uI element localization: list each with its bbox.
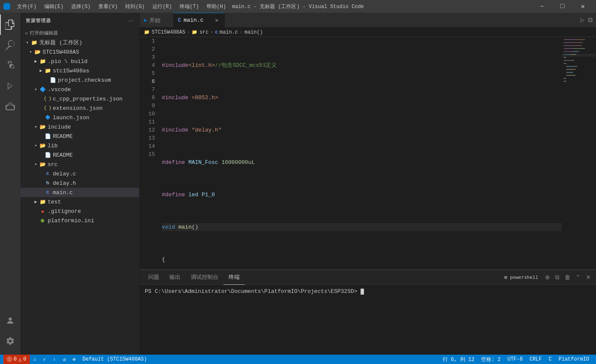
ln-1: 1 [140,37,155,45]
panel-tab-debug[interactable]: 调试控制台 [186,270,224,285]
activity-explorer[interactable] [0,14,20,35]
ln-3: 3 [140,53,155,61]
breadcrumb-main-fn[interactable]: main() [244,29,263,35]
tab-start[interactable]: ▶ 开始 [140,13,174,27]
terminal-content[interactable]: PS C:\Users\Administrator\Documents\Plat… [140,285,596,355]
sidebar-item-main-c[interactable]: ▶ C main.c [20,188,139,197]
status-right: 行 6, 列 12 空格: 2 UTF-8 CRLF C PlatformIO [439,355,593,364]
sidebar-item-vscode[interactable]: ▾ 🔷 .vscode [20,85,139,94]
status-home[interactable]: ⌂ [30,355,40,364]
sidebar-item-stc15w408as[interactable]: ▾ 📂 STC15W408AS [20,47,139,57]
minimap [562,37,596,269]
status-download[interactable]: ↓ [49,355,59,364]
lib-folder-icon: 📂 [39,142,46,149]
add-icon: ⊕ [73,356,76,363]
breadcrumb-stc[interactable]: STC15W408AS [152,29,185,35]
sidebar-item-test[interactable]: ▶ 📁 test [20,197,139,206]
sidebar-item-c-cpp[interactable]: ▶ { } c_cpp_properties.json [20,94,139,103]
sync-icon: ↺ [63,356,66,363]
tab-main-c[interactable]: C main.c ✕ [174,13,225,27]
sidebar-item-stc-sub[interactable]: ▶ 📁 stc15w408as [20,66,139,75]
menu-select[interactable]: 选择(S) [68,2,94,11]
activity-source-control[interactable] [0,55,20,76]
bc-folder-icon: 📁 [144,29,150,35]
workspace-root[interactable]: ▾ 📁 无标题 (工作区) [20,38,139,47]
status-branch[interactable]: Default (STC15W408AS) [79,355,150,364]
panel-tab-output[interactable]: 输出 [164,270,186,285]
ln-13: 13 [140,134,155,142]
sidebar-item-lib[interactable]: ▾ 📂 lib [20,141,139,150]
panel-tab-terminal[interactable]: 终端 [224,270,245,285]
sidebar-item-platformio[interactable]: ▶ ⬟ platformio.ini [20,216,139,225]
vscode-folder-icon: 🔷 [39,86,46,93]
code-editor[interactable]: 1 2 3 4 5 6 7 8 9 10 11 12 13 14 15 #inc… [140,37,596,269]
sidebar-item-readme-lib[interactable]: ▶ 📄 README [20,150,139,160]
sidebar-item-pio-build[interactable]: ▶ 📁 .pio \ build [20,57,139,66]
open-editors-section[interactable]: ▷ 打开的编辑器 [20,28,139,38]
sidebar-more-actions[interactable]: ··· [127,16,134,25]
breadcrumb-mainc[interactable]: C main.c [215,29,238,35]
menu-terminal[interactable]: 终端(T) [176,2,203,11]
svg-rect-16 [564,60,571,61]
activity-extensions[interactable] [0,96,20,117]
sidebar-item-delay-h[interactable]: ▶ h delay.h [20,178,139,188]
activity-bottom [0,310,20,355]
status-add[interactable]: ⊕ [69,355,79,364]
status-encoding[interactable]: UTF-8 [504,355,526,364]
status-position[interactable]: 行 6, 列 12 [439,355,478,364]
status-errors[interactable]: ⓪ 0 △ 0 [3,355,30,364]
tab-close-button[interactable]: ✕ [213,17,220,24]
vscode-logo-icon [3,3,10,10]
sidebar-item-delay-c[interactable]: ▶ C delay.c [20,169,139,178]
position-label: 行 6, 列 12 [443,356,474,363]
panel-split-terminal[interactable]: ⧉ [553,273,561,282]
menu-help[interactable]: 帮助(H) [203,2,229,11]
activity-search[interactable] [0,35,20,55]
status-eol[interactable]: CRLF [526,355,545,364]
code-line-3: #include "delay.h" [162,126,562,134]
maximize-button[interactable]: □ [553,0,572,13]
menu-view[interactable]: 查看(V) [95,2,121,11]
panel-maximize[interactable]: ⌃ [574,273,582,281]
sidebar-item-checksum[interactable]: ▶ 📄 project.checksum [20,75,139,85]
panel-tab-problems[interactable]: 问题 [143,270,164,285]
sidebar-item-gitignore[interactable]: ▶ ◆ .gitignore [20,206,139,216]
include-label: include [48,124,71,130]
panel-close[interactable]: ✕ [584,273,593,281]
split-editor-icon[interactable]: ⧉ [588,16,593,24]
menu-run[interactable]: 运行(R) [149,2,175,11]
check-icon: ✓ [43,356,46,363]
activity-account[interactable] [0,310,20,331]
readme-inc-label: README [53,133,73,140]
panel-new-terminal[interactable]: ⊕ [543,273,552,281]
delayh-label: delay.h [53,180,76,186]
delayc-icon: C [44,170,51,177]
code-content[interactable]: #include<lint.h>//包含SDCC_mcs51定义 #includ… [160,37,562,269]
status-check[interactable]: ✓ [40,355,49,364]
menu-file[interactable]: 文件(F) [14,2,40,11]
minimize-button[interactable]: – [532,0,552,13]
breadcrumb-src[interactable]: 📁 src [192,29,209,35]
run-icon[interactable]: ▷ [580,16,585,24]
status-sync[interactable]: ↺ [59,355,69,364]
pio-build-label: .pio \ build [48,58,88,65]
activity-settings[interactable] [0,331,20,351]
close-button[interactable]: ✕ [573,0,593,13]
pio-ini-label: platformio.ini [48,218,94,224]
svg-rect-10 [564,51,573,52]
menu-goto[interactable]: 转到(G) [122,2,148,11]
status-platformio[interactable]: PlatformIO [555,355,593,364]
activity-run[interactable] [0,76,20,96]
home-icon: ⌂ [33,356,36,362]
sidebar-item-extensions[interactable]: ▶ { } extensions.json [20,103,139,113]
menu-edit[interactable]: 编辑(E) [41,2,67,11]
status-spaces[interactable]: 空格: 2 [478,355,504,364]
launch-label: launch.json [53,115,89,121]
status-language[interactable]: C [545,355,555,364]
sidebar-item-launch[interactable]: ▶ 🔷 launch.json [20,113,139,122]
sidebar-item-readme-include[interactable]: ▶ 📄 README [20,132,139,141]
panel-kill-terminal[interactable]: 🗑 [563,273,572,281]
brace-7: { [162,255,165,264]
sidebar-item-src[interactable]: ▾ 📂 src [20,160,139,169]
sidebar-item-include[interactable]: ▾ 📂 include [20,122,139,132]
